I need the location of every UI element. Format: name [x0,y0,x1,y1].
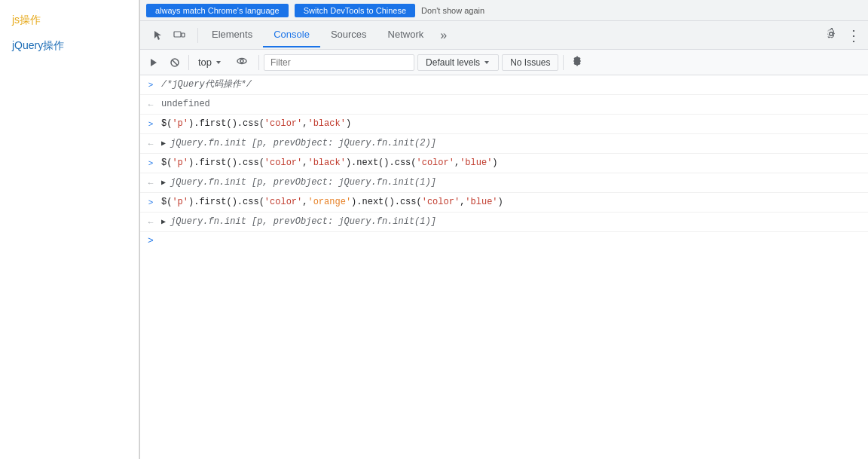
code-part: jQuery.fn.init [170,216,246,227]
code-part: 'blue' [465,197,497,207]
line-content: ▶ jQuery.fn.init [p, prevObject: jQuery.… [161,176,868,190]
code-part: $( [161,118,172,129]
code-part: ).next().css( [346,158,417,168]
line-content: $('p').first().css('color','black').next… [161,156,868,170]
no-issues-button[interactable]: No Issues [502,54,558,71]
code-part: 'p' [172,118,188,129]
tab-console[interactable]: Console [263,23,320,47]
devtools-menu-icon[interactable]: ⋮ [842,23,865,47]
console-line: >/*jQuery代码操作*/ [140,75,868,95]
sidebar-item-jquery[interactable]: jQuery操作 [0,33,139,59]
line-content: ▶ jQuery.fn.init [p, prevObject: jQuery.… [161,215,868,229]
top-context-label: top [198,57,212,68]
code-part: jQuery.fn.init [170,138,246,148]
tab-network[interactable]: Network [377,23,435,47]
code-part: , prevObject: jQuery.fn.init(2)] [262,138,436,148]
tab-sources[interactable]: Sources [320,23,377,47]
more-tabs-button[interactable]: » [434,26,453,45]
toolbar-divider2 [258,55,259,70]
cursor-icon[interactable] [149,26,167,44]
switch-devtools-btn[interactable]: Switch DevTools to Chinese [295,4,415,17]
code-part: [ [246,216,257,227]
filter-input[interactable] [264,54,414,71]
code-part: 'color' [264,118,302,129]
run-script-icon[interactable] [145,55,163,70]
top-context-dropdown[interactable]: top [194,54,227,70]
default-levels-label: Default levels [426,57,480,68]
devtools-tool-icons [143,26,194,44]
code-part: ) [346,118,351,129]
sidebar: js操作 jQuery操作 [0,0,139,459]
line-content: $('p').first().css('color','orange').nex… [161,195,868,209]
svg-marker-8 [484,61,489,64]
console-input-field[interactable] [161,236,868,246]
console-line: >$('p').first().css('color','black').nex… [140,154,868,173]
code-part: ).first().css( [188,197,264,207]
code-part: , prevObject: jQuery.fn.init(1)] [262,216,436,227]
block-icon[interactable] [166,55,184,70]
code-part: [ [246,177,257,188]
code-part: ) [498,197,503,207]
console-input-line: > [140,232,868,249]
code-part: $( [161,158,172,168]
console-toolbar: top Default levels No Issues [140,50,868,75]
console-line: ←▶ jQuery.fn.init [p, prevObject: jQuery… [140,213,868,232]
console-line: >$('p').first().css('color','black') [140,115,868,134]
line-arrow[interactable]: ← [140,136,161,151]
devtools-panel: always match Chrome's language Switch De… [139,0,868,459]
svg-marker-2 [151,59,157,66]
code-part: 代码操作 [205,79,241,90]
svg-rect-0 [174,32,181,37]
code-part: ) [492,158,497,168]
code-part: $( [161,197,172,207]
console-line: ←▶ jQuery.fn.init [p, prevObject: jQuery… [140,173,868,193]
svg-point-7 [240,60,243,63]
line-arrow[interactable]: ← [140,97,161,112]
language-btn[interactable]: always match Chrome's language [146,4,289,17]
code-part: jQuery.fn.init [170,177,246,188]
line-content: $('p').first().css('color','black') [161,117,868,130]
eye-icon[interactable] [230,53,254,72]
code-part: 'color' [264,197,302,207]
code-part: 'black' [307,158,345,168]
line-arrow[interactable]: > [140,156,161,170]
line-arrow[interactable]: ← [140,215,161,229]
sidebar-item-js[interactable]: js操作 [0,8,139,33]
console-line: >$('p').first().css('color','orange').ne… [140,193,868,213]
code-part: 'orange' [307,197,351,207]
code-part: 'black' [307,118,345,129]
code-part: ▶ [161,179,170,187]
code-part: ).first().css( [188,118,264,129]
code-part: , prevObject: jQuery.fn.init(1)] [262,177,436,188]
line-arrow[interactable]: ← [140,176,161,190]
code-part: ▶ [161,139,170,148]
line-arrow[interactable]: > [140,117,161,131]
console-input-arrow: > [140,235,161,246]
devtools-settings-icon[interactable] [821,25,842,46]
console-line: ←▶ jQuery.fn.init [p, prevObject: jQuery… [140,134,868,154]
line-content: /*jQuery代码操作*/ [161,78,868,91]
code-part: 'color' [417,158,454,168]
code-part: ).first().css( [188,158,264,168]
console-output: >/*jQuery代码操作*/←undefined>$('p').first()… [140,75,868,459]
code-part: ▶ [161,218,170,226]
line-arrow[interactable]: > [140,195,161,210]
console-settings-icon[interactable] [568,54,586,71]
tab-divider [197,28,198,43]
code-part: 'color' [264,158,302,168]
default-levels-dropdown[interactable]: Default levels [417,54,499,71]
code-part: */ [241,79,252,90]
tab-elements[interactable]: Elements [201,23,263,47]
svg-line-4 [173,60,178,65]
code-part: 'p' [172,158,188,168]
line-content: ▶ jQuery.fn.init [p, prevObject: jQuery.… [161,136,868,151]
page-topbar: always match Chrome's language Switch De… [140,0,868,21]
toolbar-divider3 [563,55,564,70]
console-line: ←undefined [140,95,868,115]
device-toggle-icon[interactable] [170,26,188,44]
code-part: ).next().css( [351,197,422,207]
code-part: /*jQuery [161,79,205,90]
line-arrow[interactable]: > [140,78,161,92]
code-part: 'blue' [460,158,492,168]
toolbar-divider [188,55,189,70]
